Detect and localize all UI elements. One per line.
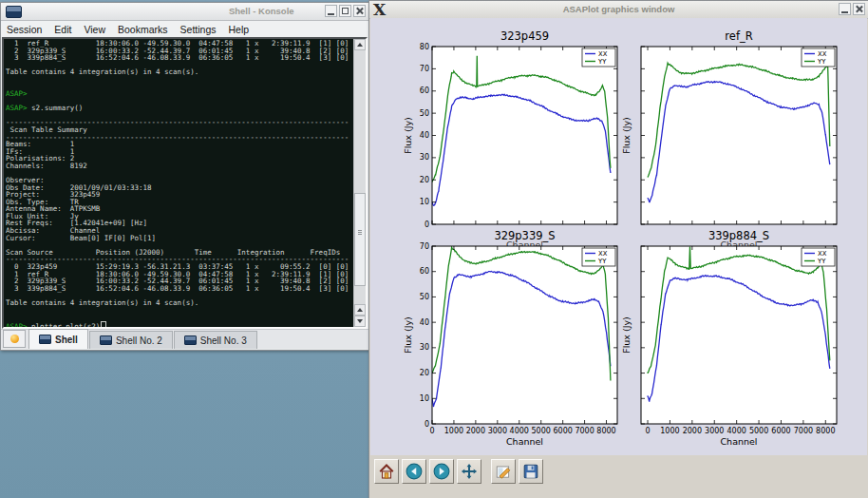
svg-text:329p339_S: 329p339_S (494, 229, 555, 242)
arrow-down-icon (357, 319, 363, 323)
close-button[interactable] (353, 5, 366, 17)
svg-text:YY: YY (817, 258, 826, 265)
svg-text:5000: 5000 (532, 427, 551, 435)
scrollbar-track[interactable] (354, 50, 366, 304)
pan-button[interactable] (457, 459, 481, 484)
svg-text:XX: XX (818, 50, 827, 58)
svg-text:10: 10 (420, 198, 429, 206)
svg-text:323p459: 323p459 (500, 29, 549, 43)
tab-shell-3[interactable]: Shell No. 3 (174, 331, 257, 349)
svg-text:20: 20 (420, 369, 429, 377)
svg-text:1000: 1000 (444, 427, 463, 435)
svg-text:8000: 8000 (816, 427, 835, 435)
svg-text:3000: 3000 (488, 427, 507, 435)
svg-text:0: 0 (425, 420, 429, 429)
tab-label: Shell No. 3 (200, 335, 247, 346)
tab-shell[interactable]: Shell (28, 329, 88, 349)
configure-subplots-button[interactable] (491, 459, 516, 484)
maximize-button[interactable] (339, 5, 351, 17)
svg-text:8000: 8000 (596, 427, 615, 435)
scroll-up-button-bottom[interactable] (354, 304, 366, 316)
minimize-button[interactable] (325, 5, 337, 17)
svg-text:30: 30 (420, 153, 429, 162)
arrow-up-icon (357, 308, 363, 312)
scroll-up-button[interactable] (354, 39, 366, 50)
svg-text:70: 70 (420, 65, 429, 73)
configure-subplots-icon (495, 463, 512, 480)
svg-text:6000: 6000 (553, 427, 572, 435)
svg-text:0: 0 (645, 427, 650, 435)
scroll-down-button[interactable] (354, 316, 366, 327)
svg-text:1000: 1000 (660, 427, 679, 435)
save-icon (522, 463, 539, 480)
svg-text:YY: YY (817, 58, 826, 66)
svg-text:7000: 7000 (575, 427, 594, 435)
svg-text:ref_R: ref_R (725, 29, 752, 43)
konsole-titlebar[interactable]: Shell - Konsole (1, 3, 368, 21)
svg-text:2000: 2000 (466, 427, 485, 435)
new-session-icon (10, 335, 19, 343)
svg-text:3000: 3000 (705, 427, 724, 435)
forward-button[interactable] (429, 459, 454, 484)
home-button[interactable] (374, 459, 399, 484)
menu-bookmarks[interactable]: Bookmarks (118, 24, 168, 35)
x11-app-icon: X (373, 2, 386, 18)
konsole-tabbar: Shell Shell No. 2 Shell No. 3 (1, 329, 368, 349)
new-session-button[interactable] (3, 330, 26, 348)
menu-settings[interactable]: Settings (180, 24, 217, 35)
svg-text:4000: 4000 (726, 427, 745, 435)
terminal-output[interactable]: 1 ref_R 18:30:06.0 -49.59.30.0 04:47:58 … (4, 39, 353, 327)
svg-text:XX: XX (598, 50, 608, 58)
svg-text:30: 30 (420, 343, 429, 352)
svg-text:Flux (Jy): Flux (Jy) (403, 316, 413, 354)
menu-edit[interactable]: Edit (54, 24, 71, 35)
home-icon (378, 463, 395, 480)
svg-text:40: 40 (420, 318, 429, 327)
svg-text:40: 40 (420, 131, 429, 140)
terminal-icon (39, 335, 51, 344)
close-icon (355, 7, 364, 15)
forward-icon (433, 463, 450, 480)
minimize-icon (328, 13, 334, 15)
minimize-button[interactable] (839, 3, 851, 15)
svg-text:5000: 5000 (749, 427, 768, 435)
svg-text:0: 0 (425, 220, 429, 229)
pan-icon (461, 463, 478, 480)
svg-text:50: 50 (420, 293, 429, 301)
svg-text:Flux (Jy): Flux (Jy) (621, 117, 632, 154)
menu-help[interactable]: Help (229, 24, 250, 35)
terminal-icon (100, 335, 112, 345)
scrollbar-thumb[interactable] (354, 193, 366, 287)
svg-text:60: 60 (420, 267, 429, 276)
svg-text:7000: 7000 (794, 427, 813, 435)
svg-text:339p884_S: 339p884_S (708, 229, 769, 242)
plot-toolbar (370, 455, 867, 498)
terminal-frame: 1 ref_R 18:30:06.0 -49.59.30.0 04:47:58 … (2, 37, 368, 329)
svg-text:Flux (Jy): Flux (Jy) (403, 117, 413, 154)
svg-text:70: 70 (420, 242, 429, 251)
terminal-scrollbar (353, 39, 366, 327)
tab-label: Shell (55, 335, 78, 345)
tab-label: Shell No. 2 (116, 335, 162, 346)
konsole-menubar: Session Edit View Bookmarks Settings Hel… (1, 21, 368, 37)
close-button[interactable] (853, 3, 865, 15)
menu-session[interactable]: Session (7, 24, 42, 35)
svg-text:Channel: Channel (720, 436, 757, 447)
svg-text:YY: YY (597, 58, 607, 66)
save-button[interactable] (519, 459, 543, 484)
figure-canvas: 01020304050607080323p459Flux (Jy)Channel… (370, 18, 867, 455)
menu-view[interactable]: View (84, 24, 105, 35)
terminal-icon (184, 335, 197, 345)
svg-text:Flux (Jy): Flux (Jy) (621, 316, 632, 354)
svg-text:20: 20 (420, 176, 429, 184)
back-button[interactable] (402, 459, 426, 484)
svg-text:YY: YY (597, 258, 607, 265)
back-icon (406, 463, 423, 480)
svg-text:XX: XX (598, 250, 608, 258)
svg-text:0: 0 (429, 427, 434, 435)
tab-shell-2[interactable]: Shell No. 2 (89, 331, 173, 349)
svg-text:XX: XX (818, 250, 827, 258)
close-icon (855, 5, 863, 13)
konsole-app-icon (6, 6, 22, 18)
asaplot-titlebar[interactable]: X ASAPlot graphics window (369, 1, 868, 19)
